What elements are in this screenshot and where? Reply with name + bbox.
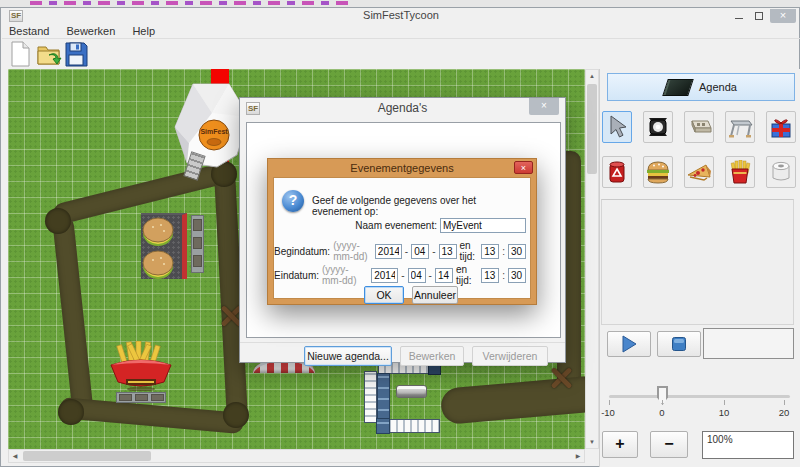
pizza-icon	[686, 161, 712, 183]
play-button[interactable]	[607, 331, 651, 357]
path-cross-marker[interactable]	[549, 366, 573, 390]
bench[interactable]	[116, 392, 166, 403]
tool-frame-structure[interactable]	[725, 111, 755, 143]
vertical-scroll-thumb[interactable]	[587, 84, 597, 174]
stage-piece[interactable]	[396, 385, 427, 398]
spotlight-icon	[646, 115, 670, 139]
play-icon	[620, 335, 638, 353]
map-horizontal-scrollbar[interactable]: ◀ ▶	[8, 449, 585, 463]
hamburger-icon	[645, 160, 671, 184]
scroll-up-icon[interactable]: ▲	[586, 70, 598, 82]
end-day-input[interactable]	[435, 268, 453, 283]
start-hour-input[interactable]	[481, 244, 499, 259]
new-agenda-button[interactable]: Nieuwe agenda...	[304, 346, 392, 366]
start-minute-input[interactable]	[508, 244, 526, 259]
toilet-paper-icon	[770, 160, 792, 184]
maximize-button[interactable]	[750, 9, 768, 23]
map-vertical-scrollbar[interactable]: ▲ ▼	[585, 69, 599, 449]
end-hour-input[interactable]	[481, 268, 499, 283]
tool-fries[interactable]	[725, 156, 755, 188]
simfest-logo-text: SimFest	[200, 128, 228, 135]
toolbar	[2, 39, 800, 70]
dirt-path-left[interactable]	[52, 216, 94, 417]
end-month-input[interactable]	[408, 268, 426, 283]
agenda-book-icon	[662, 79, 694, 96]
delete-agenda-button: Verwijderen	[472, 346, 548, 366]
agendas-dialog-title: Agenda's	[240, 101, 565, 115]
crowd-barriers[interactable]	[364, 361, 448, 437]
tool-cursor[interactable]	[602, 111, 632, 143]
cancel-button[interactable]: Annuleer	[412, 286, 458, 304]
zoom-out-button[interactable]: −	[650, 431, 688, 458]
minimize-button[interactable]	[730, 9, 748, 23]
zoom-in-button[interactable]: +	[602, 431, 638, 458]
barrier-segment	[364, 371, 377, 423]
question-icon: ?	[282, 190, 304, 212]
stage-platform-icon	[686, 117, 712, 137]
scroll-down-icon[interactable]: ▼	[586, 436, 598, 448]
open-folder-icon[interactable]	[36, 41, 62, 68]
event-name-label: Naam evenement:	[355, 220, 437, 231]
frame-structure-icon	[727, 116, 753, 138]
tool-spotlight[interactable]	[643, 111, 673, 143]
event-dialog-title: Evenementgegevens	[268, 159, 536, 177]
stop-icon	[671, 336, 687, 352]
simfesttycoon-window: SF SimFestTycoon × Bestand Bewerken Help	[0, 7, 800, 467]
start-date-label: Begindatum:	[274, 246, 330, 257]
scroll-right-icon[interactable]: ▶	[572, 450, 584, 462]
tool-toilet-paper[interactable]	[766, 156, 796, 188]
sidebar: Agenda	[599, 69, 800, 467]
save-floppy-icon[interactable]	[64, 41, 90, 68]
background-window-strip	[0, 0, 800, 7]
trash-bin-icon	[607, 160, 627, 184]
horizontal-scroll-thumb[interactable]	[23, 451, 151, 461]
new-document-icon[interactable]	[8, 41, 34, 68]
tool-stage-platform[interactable]	[684, 111, 714, 143]
event-dialog-close-button[interactable]: ×	[514, 161, 533, 174]
zoom-level-field[interactable]: 100%	[702, 431, 794, 459]
gift-icon	[769, 115, 793, 139]
start-year-input[interactable]	[375, 244, 402, 259]
slider-label: -10	[598, 407, 618, 418]
speed-slider-track[interactable]	[609, 395, 790, 398]
tool-trash-bin[interactable]	[602, 156, 632, 188]
window-title: SimFestTycoon	[2, 9, 800, 21]
agendas-dialog-close-button[interactable]: ×	[529, 98, 559, 115]
tool-hamburger[interactable]	[643, 156, 673, 188]
event-name-input[interactable]	[440, 218, 526, 233]
hamburger-prop[interactable]	[142, 216, 175, 247]
start-month-input[interactable]	[411, 244, 429, 259]
event-dialog-body: ? Geef de volgende gegevens over het eve…	[273, 177, 531, 299]
path-corner	[58, 399, 84, 425]
fries-stand[interactable]	[106, 341, 176, 391]
end-year-input[interactable]	[371, 268, 398, 283]
menu-bestand[interactable]: Bestand	[2, 24, 56, 38]
start-day-input[interactable]	[439, 244, 457, 259]
end-minute-input[interactable]	[508, 268, 526, 283]
agendas-dialog-titlebar[interactable]: SF Agenda's ×	[240, 98, 565, 120]
cursor-icon	[607, 115, 627, 139]
date-format-hint: (yyyy-mm-dd)	[322, 264, 368, 286]
bench[interactable]	[191, 215, 204, 273]
menubar: Bestand Bewerken Help	[2, 24, 800, 39]
tool-pizza[interactable]	[684, 156, 714, 188]
playback-status-panel	[703, 328, 794, 359]
menu-bewerken[interactable]: Bewerken	[59, 24, 122, 38]
path-corner	[45, 208, 71, 234]
event-details-dialog: Evenementgegevens × ? Geef de volgende g…	[267, 158, 537, 305]
hamburger-prop[interactable]	[142, 249, 175, 280]
event-dialog-prompt: Geef de volgende gegevens over het evene…	[312, 195, 527, 217]
close-button[interactable]: ×	[770, 9, 796, 23]
scrollbar-corner	[585, 449, 599, 463]
titlebar[interactable]: SF SimFestTycoon ×	[2, 8, 800, 24]
stop-button[interactable]	[657, 331, 701, 357]
ok-button[interactable]: OK	[364, 286, 404, 304]
tool-gift[interactable]	[766, 111, 796, 143]
background-code-text	[30, 1, 350, 5]
agenda-button[interactable]: Agenda	[607, 73, 795, 101]
menu-help[interactable]: Help	[125, 24, 162, 38]
scroll-left-icon[interactable]: ◀	[9, 450, 21, 462]
slider-label: 20	[774, 407, 794, 418]
start-time-label: en tijd:	[460, 240, 479, 262]
fries-icon	[729, 160, 751, 184]
